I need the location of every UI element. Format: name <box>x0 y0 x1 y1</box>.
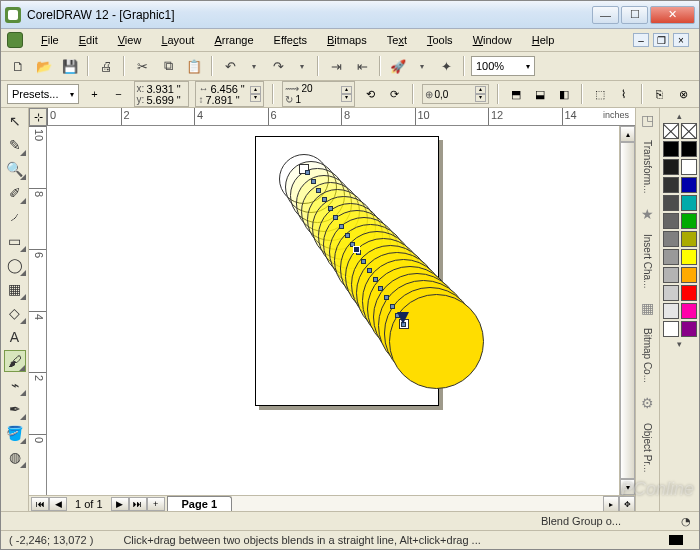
eyedropper-tool[interactable]: ⌁ <box>4 374 26 396</box>
shape-tool[interactable]: ✎ <box>4 134 26 156</box>
gray-swatch[interactable] <box>663 303 679 319</box>
color-swatch[interactable] <box>681 303 697 319</box>
object-accel-button[interactable]: ⬒ <box>507 84 525 104</box>
next-page-button[interactable]: ▶ <box>111 497 129 511</box>
copy-button[interactable]: ⧉ <box>157 55 179 77</box>
clear-blend-button[interactable]: ⊗ <box>675 84 693 104</box>
last-page-button[interactable]: ⏭ <box>129 497 147 511</box>
preset-delete-button[interactable]: − <box>110 84 128 104</box>
gray-swatch[interactable] <box>663 321 679 337</box>
doc-minimize-button[interactable]: – <box>633 33 649 47</box>
rectangle-tool[interactable]: ▭ <box>4 230 26 252</box>
docker-transform[interactable]: Transform... <box>640 136 655 198</box>
preset-add-button[interactable]: + <box>85 84 103 104</box>
accel-input[interactable]: 0,0 <box>433 89 475 100</box>
color-swatch[interactable] <box>681 141 697 157</box>
docker-bitmap[interactable]: Bitmap Co... <box>640 324 655 387</box>
redo-dropdown[interactable]: ▾ <box>293 62 311 71</box>
open-button[interactable]: 📂 <box>33 55 55 77</box>
first-page-button[interactable]: ⏮ <box>31 497 49 511</box>
menu-edit[interactable]: Edit <box>71 32 106 48</box>
gray-swatch[interactable] <box>663 267 679 283</box>
color-swatch[interactable] <box>681 213 697 229</box>
scroll-up-button[interactable]: ▴ <box>620 126 635 142</box>
start-end-props-button[interactable]: ⬚ <box>591 84 609 104</box>
app-launcher-dropdown[interactable]: ▾ <box>413 62 431 71</box>
minimize-button[interactable]: — <box>592 6 619 24</box>
menu-tools[interactable]: Tools <box>419 32 461 48</box>
horizontal-ruler[interactable]: 02468101214 inches <box>47 108 635 126</box>
menu-window[interactable]: Window <box>465 32 520 48</box>
no-fill-swatch-2[interactable] <box>681 123 697 139</box>
zoom-tool[interactable]: 🔍 <box>4 158 26 180</box>
text-tool[interactable]: A <box>4 326 26 348</box>
smart-draw-tool[interactable]: ⟋ <box>4 206 26 228</box>
color-accel-button[interactable]: ⬓ <box>531 84 549 104</box>
current-fill-indicator[interactable] <box>669 535 683 545</box>
scroll-right-button[interactable]: ▸ <box>603 496 619 511</box>
print-button[interactable]: 🖨 <box>95 55 117 77</box>
presets-select[interactable]: Presets...▾ <box>7 84 79 104</box>
height-input[interactable]: 7.891 " <box>203 94 245 106</box>
import-button[interactable]: ⇥ <box>325 55 347 77</box>
blend-artwork[interactable] <box>279 154 469 379</box>
pick-tool[interactable]: ↖ <box>4 110 26 132</box>
fill-tool[interactable]: 🪣 <box>4 422 26 444</box>
gray-swatch[interactable] <box>663 195 679 211</box>
ellipse-tool[interactable]: ◯ <box>4 254 26 276</box>
gray-swatch[interactable] <box>663 249 679 265</box>
gray-swatch[interactable] <box>663 177 679 193</box>
menu-view[interactable]: View <box>110 32 150 48</box>
path-props-button[interactable]: ⌇ <box>615 84 633 104</box>
outline-tool[interactable]: ✒ <box>4 398 26 420</box>
new-button[interactable]: 🗋 <box>7 55 29 77</box>
color-swatch[interactable] <box>681 285 697 301</box>
copy-blend-button[interactable]: ⎘ <box>651 84 669 104</box>
ruler-origin[interactable]: ⊹ <box>29 108 47 126</box>
menu-bitmaps[interactable]: Bitmaps <box>319 32 375 48</box>
docker-insert[interactable]: Insert Cha... <box>640 230 655 292</box>
color-swatch[interactable] <box>681 177 697 193</box>
gray-swatch[interactable] <box>663 159 679 175</box>
freehand-tool[interactable]: ✐ <box>4 182 26 204</box>
doc-close-button[interactable]: × <box>673 33 689 47</box>
blend-steps-input[interactable]: 20 <box>299 83 341 94</box>
close-button[interactable]: ✕ <box>650 6 695 24</box>
menu-layout[interactable]: Layout <box>153 32 202 48</box>
cut-button[interactable]: ✂ <box>131 55 153 77</box>
interactive-fill-tool[interactable]: ◍ <box>4 446 26 468</box>
color-swatch[interactable] <box>681 249 697 265</box>
y-position-input[interactable]: 5.699 " <box>144 94 186 106</box>
menu-effects[interactable]: Effects <box>266 32 315 48</box>
save-button[interactable]: 💾 <box>59 55 81 77</box>
maximize-button[interactable]: ☐ <box>621 6 648 24</box>
gray-swatch[interactable] <box>663 285 679 301</box>
gray-swatch[interactable] <box>663 213 679 229</box>
vertical-ruler[interactable]: 1086420 <box>29 126 47 495</box>
gray-swatch[interactable] <box>663 231 679 247</box>
palette-down-button[interactable]: ▾ <box>676 338 683 350</box>
horizontal-scrollbar[interactable] <box>232 496 603 511</box>
menu-help[interactable]: Help <box>524 32 563 48</box>
docker-icon-star[interactable]: ★ <box>640 206 656 222</box>
blend-direction-button[interactable]: ⟲ <box>361 84 379 104</box>
menu-text[interactable]: Text <box>379 32 415 48</box>
color-swatch[interactable] <box>681 231 697 247</box>
undo-button[interactable]: ↶ <box>219 55 241 77</box>
color-swatch[interactable] <box>681 267 697 283</box>
palette-up-button[interactable]: ▴ <box>676 110 683 122</box>
interactive-blend-tool[interactable]: 🖌 <box>4 350 26 372</box>
doc-restore-button[interactable]: ❐ <box>653 33 669 47</box>
scroll-down-button[interactable]: ▾ <box>620 479 635 495</box>
zoom-level-select[interactable]: 100%▾ <box>471 56 535 76</box>
docker-icon-objprop[interactable]: ⚙ <box>640 395 656 411</box>
docker-icon-bitmap[interactable]: ▦ <box>640 300 656 316</box>
navigator-button[interactable]: ✥ <box>619 496 635 511</box>
add-page-button[interactable]: + <box>147 497 165 511</box>
paste-button[interactable]: 📋 <box>183 55 205 77</box>
blend-spacing-input[interactable]: 1 <box>293 94 335 105</box>
export-button[interactable]: ⇤ <box>351 55 373 77</box>
accel-sizing-button[interactable]: ◧ <box>555 84 573 104</box>
no-fill-swatch[interactable] <box>663 123 679 139</box>
prev-page-button[interactable]: ◀ <box>49 497 67 511</box>
